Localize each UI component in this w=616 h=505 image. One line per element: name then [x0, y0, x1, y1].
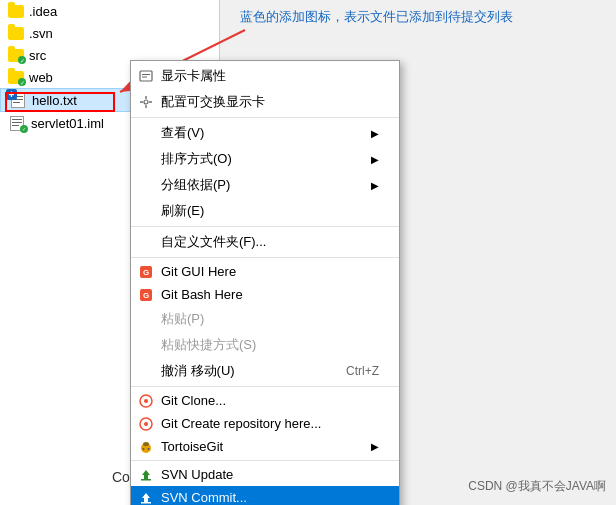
menu-label: TortoiseGit	[161, 439, 223, 454]
tortoisegit-icon	[137, 438, 155, 456]
svg-rect-7	[145, 105, 146, 108]
svg-point-15	[144, 399, 148, 403]
menu-label: 粘贴(P)	[161, 310, 204, 328]
submenu-arrow: ▶	[371, 128, 379, 139]
menu-item-group[interactable]: 分组依据(P) ▶	[131, 172, 399, 198]
menu-separator	[131, 117, 399, 118]
svg-marker-24	[142, 493, 150, 503]
submenu-arrow: ▶	[371, 180, 379, 191]
svg-rect-25	[141, 502, 151, 504]
menu-separator	[131, 460, 399, 461]
shortcut-label: Ctrl+Z	[346, 364, 379, 378]
menu-label: 配置可交换显示卡	[161, 93, 265, 111]
menu-label: 粘贴快捷方式(S)	[161, 336, 256, 354]
menu-label: Git Create repository here...	[161, 416, 321, 431]
menu-item-svn-update[interactable]: SVN Update	[131, 463, 399, 486]
svg-rect-2	[140, 71, 152, 81]
file-name: src	[29, 48, 46, 63]
menu-label: 自定义文件夹(F)...	[161, 233, 266, 251]
menu-label: Git GUI Here	[161, 264, 236, 279]
menu-item-view[interactable]: 查看(V) ▶	[131, 120, 399, 146]
menu-item-paste[interactable]: 粘贴(P)	[131, 306, 399, 332]
menu-label: Git Clone...	[161, 393, 226, 408]
menu-item-git-clone[interactable]: Git Clone...	[131, 389, 399, 412]
menu-separator	[131, 226, 399, 227]
menu-item-undo-move[interactable]: 撤消 移动(U) Ctrl+Z	[131, 358, 399, 384]
watermark: CSDN @我真不会JAVA啊	[468, 478, 606, 495]
svg-point-20	[143, 448, 145, 450]
config-icon	[137, 93, 155, 111]
menu-label: SVN Commit...	[161, 490, 247, 505]
menu-separator	[131, 386, 399, 387]
svg-rect-6	[145, 96, 146, 99]
git-clone-icon	[137, 392, 155, 410]
file-check-icon: ✓	[8, 115, 26, 131]
file-item[interactable]: .idea	[0, 0, 219, 22]
folder-icon	[8, 3, 24, 19]
svn-commit-icon	[137, 489, 155, 506]
submenu-arrow: ▶	[371, 441, 379, 452]
card-icon	[137, 67, 155, 85]
menu-label: 排序方式(O)	[161, 150, 232, 168]
file-name: web	[29, 70, 53, 85]
svg-rect-23	[141, 479, 151, 481]
menu-item-config-card[interactable]: 配置可交换显示卡	[131, 89, 399, 115]
file-name: .idea	[29, 4, 57, 19]
menu-item-sort[interactable]: 排序方式(O) ▶	[131, 146, 399, 172]
menu-label: 分组依据(P)	[161, 176, 230, 194]
context-menu: 显示卡属性 配置可交换显示卡 查看(V) ▶ 排序方式(O) ▶ 分组依据(P)…	[130, 60, 400, 505]
menu-item-tortoisegit[interactable]: TortoiseGit ▶	[131, 435, 399, 458]
folder-icon	[8, 25, 24, 41]
svg-text:G: G	[143, 268, 149, 277]
svn-update-icon	[137, 466, 155, 484]
svg-rect-8	[140, 101, 143, 102]
menu-label: 查看(V)	[161, 124, 204, 142]
svg-point-17	[144, 422, 148, 426]
file-add-icon: +	[9, 92, 27, 108]
menu-item-git-gui[interactable]: G Git GUI Here	[131, 260, 399, 283]
menu-item-svn-commit[interactable]: SVN Commit...	[131, 486, 399, 505]
menu-item-custom-folder[interactable]: 自定义文件夹(F)...	[131, 229, 399, 255]
menu-item-git-create[interactable]: Git Create repository here...	[131, 412, 399, 435]
git-gui-icon: G	[137, 263, 155, 281]
submenu-arrow: ▶	[371, 154, 379, 165]
file-name: hello.txt	[32, 93, 77, 108]
folder-svn-icon: ✓	[8, 47, 24, 63]
svg-point-19	[143, 442, 149, 446]
menu-item-paste-shortcut[interactable]: 粘贴快捷方式(S)	[131, 332, 399, 358]
file-name: servlet01.iml	[31, 116, 104, 131]
svg-rect-9	[149, 101, 152, 102]
git-create-icon	[137, 415, 155, 433]
folder-svn-icon: ✓	[8, 69, 24, 85]
svg-rect-3	[142, 74, 150, 75]
file-name: .svn	[29, 26, 53, 41]
svg-rect-4	[142, 77, 147, 78]
svg-text:G: G	[143, 291, 149, 300]
menu-separator	[131, 257, 399, 258]
menu-label: Git Bash Here	[161, 287, 243, 302]
menu-item-git-bash[interactable]: G Git Bash Here	[131, 283, 399, 306]
git-bash-icon: G	[137, 286, 155, 304]
menu-label: 显示卡属性	[161, 67, 226, 85]
menu-item-refresh[interactable]: 刷新(E)	[131, 198, 399, 224]
svg-point-21	[148, 448, 150, 450]
annotation-text: 蓝色的添加图标，表示文件已添加到待提交列表	[240, 8, 513, 26]
menu-label: SVN Update	[161, 467, 233, 482]
svg-point-5	[144, 100, 148, 104]
svg-marker-22	[142, 470, 150, 480]
file-item[interactable]: .svn	[0, 22, 219, 44]
menu-item-show-card[interactable]: 显示卡属性	[131, 63, 399, 89]
menu-label: 刷新(E)	[161, 202, 204, 220]
menu-label: 撤消 移动(U)	[161, 362, 235, 380]
